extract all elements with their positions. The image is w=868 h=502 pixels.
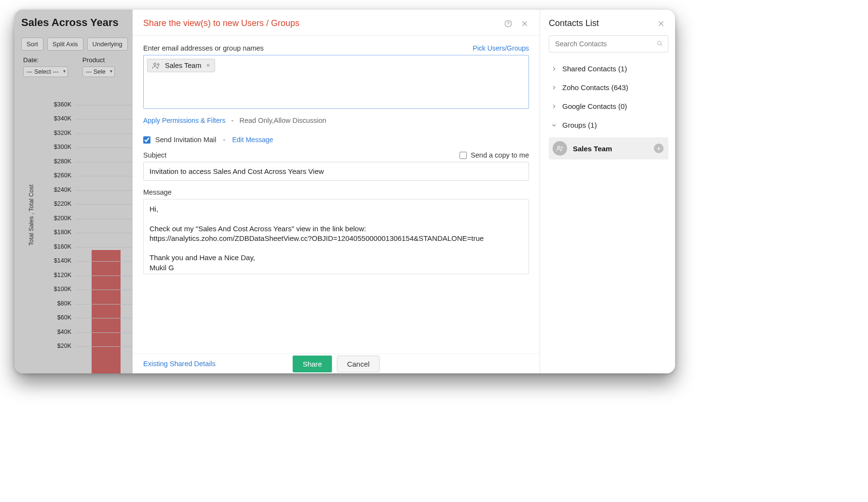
bg-ytick: $260K [48,172,71,179]
bg-filter-date-label: Date: [23,56,68,64]
message-label: Message [143,188,529,196]
bg-ytick: $80K [48,300,71,307]
bg-filter-product-select: --- Sele [82,66,115,77]
bg-ytick: $220K [48,200,71,207]
contacts-category[interactable]: Zoho Contacts (643) [549,78,668,97]
send-copy-label: Send a copy to me [471,151,529,159]
contacts-category[interactable]: Shared Contacts (1) [549,59,668,78]
bg-bar [92,250,121,373]
pick-users-link[interactable]: Pick Users/Groups [473,44,529,52]
subject-input[interactable] [143,162,529,181]
send-invitation-label: Send Invitation Mail [155,136,217,144]
bg-yaxis-label: Total Sales , Total Cost [28,185,35,246]
bg-ytick: $100K [48,286,71,292]
background-title: Sales Across Years [21,16,133,29]
edit-message-link[interactable]: Edit Message [232,136,273,144]
contacts-category[interactable]: Google Contacts (0) [549,97,668,116]
contacts-search-input[interactable] [549,35,668,53]
bg-ytick: $40K [48,329,71,335]
contacts-title: Contacts List [549,18,599,28]
existing-shared-link[interactable]: Existing Shared Details [143,360,216,368]
bg-ytick: $180K [48,229,71,236]
svg-point-4 [658,41,662,45]
search-icon [656,40,664,47]
contacts-category-label: Shared Contacts (1) [562,65,627,73]
group-name: Sales Team [573,145,648,153]
bg-filter-date-select: --- Select --- [23,66,68,77]
svg-point-5 [557,146,559,148]
permissions-link[interactable]: Apply Permissions & Filters [143,117,225,124]
svg-point-3 [157,64,159,66]
share-dialog: Share the view(s) to new Users / Groups … [133,10,540,373]
contacts-category-label: Zoho Contacts (643) [562,83,628,92]
close-icon[interactable] [520,19,529,28]
dialog-title: Share the view(s) to new Users / Groups [143,18,299,28]
add-group-icon[interactable]: + [654,144,664,153]
contacts-category-label: Groups (1) [562,121,597,129]
recipient-chip: Sales Team [147,59,215,72]
bg-ytick: $60K [48,314,71,321]
contacts-close-icon[interactable] [657,19,665,28]
recipients-label: Enter email addresses or group names [143,44,264,52]
bg-ytick: $280K [48,158,71,165]
bg-button-sort: Sort [21,38,43,51]
chevron-down-icon [551,122,557,129]
bg-ytick: $340K [48,115,71,122]
send-invitation-checkbox[interactable] [143,136,150,144]
chip-remove-icon[interactable] [205,62,211,69]
cancel-button[interactable]: Cancel [337,356,380,372]
people-icon [151,62,161,69]
permissions-summary: Read Only,Allow Discussion [239,117,326,124]
recipients-input[interactable]: Sales Team [143,55,529,109]
svg-point-1 [508,25,509,26]
contacts-panel: Contacts List Shared Contacts (1)Zoho Co… [540,10,675,373]
bg-ytick: $240K [48,186,71,193]
bg-ytick: $300K [48,144,71,150]
bg-filter-product-label: Product [82,56,115,64]
bg-ytick: $360K [48,101,71,108]
contacts-category[interactable]: Groups (1) [549,116,668,134]
subject-label: Subject [143,151,166,159]
bg-ytick: $320K [48,130,71,136]
message-textarea[interactable] [143,199,529,274]
bg-button-splitaxis: Split Axis [47,38,83,51]
bg-ytick: $160K [48,243,71,250]
svg-point-2 [154,63,156,66]
svg-point-6 [561,146,562,148]
bg-ytick: $120K [48,272,71,278]
bg-ytick: $140K [48,257,71,264]
share-button[interactable]: Share [293,356,332,372]
group-item[interactable]: Sales Team+ [549,137,668,159]
group-icon [553,141,567,156]
contacts-category-label: Google Contacts (0) [562,102,627,110]
chevron-right-icon [551,66,557,72]
bg-button-underlying: Underlying [87,38,128,51]
help-icon[interactable] [504,19,513,28]
chevron-right-icon [551,103,557,110]
bg-ytick: $200K [48,215,71,222]
send-copy-checkbox[interactable] [460,152,467,159]
bg-ytick: $20K [48,343,71,349]
chip-label: Sales Team [165,62,202,69]
chevron-right-icon [551,84,557,91]
